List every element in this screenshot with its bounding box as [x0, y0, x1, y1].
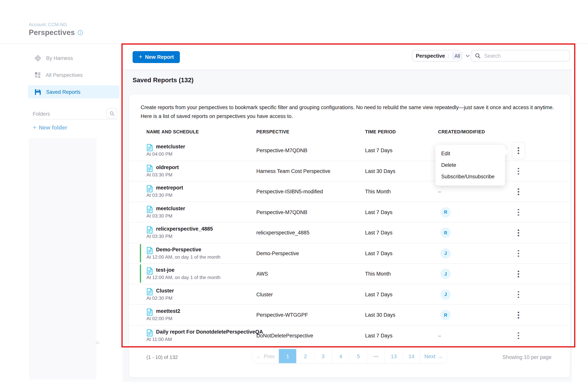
search-input[interactable]: [484, 52, 558, 59]
report-perspective: Perspective-WTGGPF: [256, 312, 308, 318]
pagination-page-13[interactable]: 13: [385, 349, 403, 363]
row-menu-button[interactable]: [514, 330, 524, 341]
chevron-down-icon: [466, 54, 470, 57]
report-schedule: At 12:00 AM, on day 1 of the month: [146, 254, 220, 260]
sidebar-item-by-harness[interactable]: By Harness: [28, 52, 120, 64]
table-row: test-joeAt 12:00 AM, on day 1 of the mon…: [129, 264, 570, 284]
grid-icon: [34, 72, 41, 78]
pagination-ellipsis: •••: [368, 349, 385, 363]
created-dash: –: [438, 189, 441, 194]
sidebar-item-all-perspectives[interactable]: All Perspectives: [28, 68, 120, 82]
context-menu-item-delete[interactable]: Delete: [436, 160, 505, 171]
table-row: Daily report For DonotdeletePerspectiveQ…: [129, 325, 570, 346]
pagination-range: (1 - 10) of 132: [146, 354, 178, 360]
arrow-right-icon: →: [438, 353, 443, 359]
pagination-page-1[interactable]: 1: [279, 349, 297, 363]
report-time-period: Last 7 Days: [365, 332, 392, 338]
highlight-bar: [140, 244, 141, 262]
report-schedule: At 04:00 PM: [146, 152, 172, 157]
report-perspective: Perspective-ISIBN5-modified: [256, 189, 323, 194]
report-name[interactable]: meetreport: [156, 185, 183, 190]
row-context-menu: Edit Delete Subscribe/Unsubscribe: [436, 145, 505, 186]
row-menu-button[interactable]: [514, 248, 524, 259]
table-row: meettest2At 02:00 PMPerspective-WTGGPFLa…: [129, 305, 570, 325]
avatar: R: [440, 228, 451, 238]
sidebar-item-label: All Perspectives: [46, 72, 83, 78]
folders-search-button[interactable]: [106, 108, 117, 119]
filter-separator: |: [448, 53, 449, 59]
context-menu-item-subscribe[interactable]: Subscribe/Unsubscribe: [436, 171, 505, 182]
perspective-filter-dropdown[interactable]: Perspective | All: [412, 50, 461, 62]
folders-label: Folders: [33, 111, 50, 117]
report-name[interactable]: Demo-Perspective: [156, 246, 202, 252]
report-schedule: At 03:30 PM: [146, 172, 172, 177]
report-schedule: At 03:30 PM: [146, 234, 172, 239]
highlight-bar: [140, 264, 141, 283]
sidebar-item-saved-reports[interactable]: Saved Reports: [28, 85, 120, 98]
column-header-time-period: TIME PERIOD: [365, 129, 396, 134]
filter-label: Perspective: [416, 53, 445, 58]
report-name[interactable]: meetcluster: [156, 206, 185, 211]
row-menu-button[interactable]: [514, 289, 524, 300]
folders-divider: [33, 119, 116, 120]
per-page-label: Showing 10 per page: [502, 354, 552, 360]
arrow-left-icon: ←: [256, 353, 261, 359]
pagination-next-button[interactable]: Next→: [420, 349, 447, 363]
table-row: Demo-PerspectiveAt 12:00 AM, on day 1 of…: [129, 243, 570, 264]
row-menu-button[interactable]: [514, 186, 524, 197]
search-icon: [475, 53, 480, 58]
sidebar-scroll-mark: [96, 342, 100, 342]
sidebar-item-label: Saved Reports: [46, 89, 80, 95]
report-name[interactable]: Daily report For DonotdeletePerspectiveQ…: [156, 329, 263, 334]
report-time-period: Last 7 Days: [365, 230, 392, 236]
row-menu-button[interactable]: [514, 269, 524, 280]
report-perspective: AWS: [256, 271, 268, 277]
header-divider: [0, 44, 588, 44]
report-perspective: DoNotDeletePerspective: [256, 332, 313, 338]
report-schedule: At 12:00 AM, on day 1 of the month: [146, 275, 220, 280]
new-report-button[interactable]: + New Report: [132, 51, 180, 63]
report-perspective: relicxperspective_4885: [256, 230, 309, 236]
report-name[interactable]: relicxperspective_4885: [156, 226, 213, 232]
pagination-page-14[interactable]: 14: [403, 349, 420, 363]
pagination-page-2[interactable]: 2: [297, 349, 314, 363]
report-schedule: At 03:30 PM: [146, 192, 172, 198]
table-row: ClusterAt 02:30 PMClusterLast 7 DaysJ: [129, 284, 570, 305]
report-name[interactable]: oldreport: [156, 164, 179, 170]
section-title: Saved Reports (132): [132, 76, 194, 84]
row-menu-button[interactable]: [512, 142, 525, 159]
report-schedule: At 02:30 PM: [146, 295, 172, 301]
pagination-page-5[interactable]: 5: [350, 349, 368, 363]
pagination-page-3[interactable]: 3: [314, 349, 332, 363]
info-icon[interactable]: [78, 30, 83, 35]
sidebar-item-label: By Harness: [46, 55, 73, 61]
row-menu-button[interactable]: [514, 207, 524, 218]
report-name[interactable]: meettest2: [156, 308, 180, 314]
column-header-created-modified: CREATED/MODIFIED: [438, 129, 485, 134]
context-menu-notch: [505, 148, 508, 155]
search-icon: [109, 111, 114, 116]
pagination-page-4[interactable]: 4: [332, 349, 350, 363]
row-menu-button[interactable]: [514, 310, 524, 320]
row-menu-button[interactable]: [514, 228, 524, 238]
pagination-prev-button[interactable]: ←Prev: [252, 349, 279, 363]
report-time-period: Last 7 Days: [365, 209, 392, 215]
avatar: J: [440, 289, 451, 300]
avatar: R: [440, 310, 451, 320]
table-row: meetclusterAt 03:30 PMPerspective-M7QDNB…: [129, 202, 570, 222]
report-name[interactable]: meetcluster: [156, 144, 185, 150]
column-header-name: NAME AND SCHEDULE: [146, 129, 199, 134]
report-schedule: At 11:00 AM: [146, 336, 172, 342]
page-title-text: Perspectives: [29, 28, 75, 37]
context-menu-item-edit[interactable]: Edit: [436, 148, 505, 160]
row-menu-button[interactable]: [514, 166, 524, 176]
new-report-label: New Report: [145, 54, 174, 60]
report-name[interactable]: test-joe: [156, 267, 174, 273]
pagination-controls: ←Prev12345•••1314Next→: [252, 349, 447, 363]
new-folder-button[interactable]: + New folder: [33, 124, 67, 132]
report-name[interactable]: Cluster: [156, 288, 174, 294]
breadcrumb[interactable]: Account: CCM-NG: [29, 22, 67, 27]
report-time-period: Last 7 Days: [365, 148, 392, 153]
search-box[interactable]: [471, 50, 570, 62]
created-dash: –: [438, 332, 441, 338]
